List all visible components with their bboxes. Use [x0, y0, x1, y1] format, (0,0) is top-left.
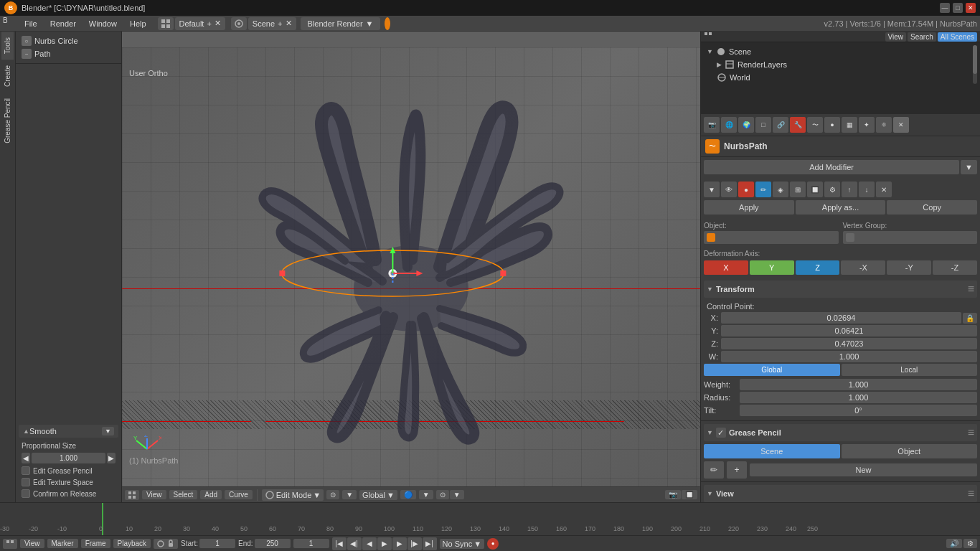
transform-options[interactable]: ≡: [968, 283, 974, 296]
snap-btn[interactable]: ▼: [419, 490, 433, 499]
ndof-btn[interactable]: ⚙: [963, 539, 977, 548]
scene-scrollbar-thumb[interactable]: [973, 45, 977, 74]
render-props-btn[interactable]: 📷: [704, 117, 720, 133]
prev-frame-btn[interactable]: ◀: [362, 537, 377, 550]
confirm-on-release-cb[interactable]: [22, 489, 30, 498]
tab-create[interactable]: Create: [1, 60, 14, 93]
world-item[interactable]: World: [714, 71, 971, 84]
mod-close-btn[interactable]: ✕: [876, 182, 892, 197]
local-btn[interactable]: Local: [842, 364, 978, 376]
mode-selector[interactable]: Edit Mode ▼: [262, 489, 324, 501]
axis-neg-z-btn[interactable]: -Z: [933, 260, 977, 275]
next-keyframe-btn[interactable]: |▶: [407, 537, 422, 550]
workspace-selector[interactable]: Default + ✕: [175, 17, 225, 30]
tab-grease-pencil[interactable]: Grease Pencil: [1, 93, 14, 149]
axis-z-btn[interactable]: Z: [796, 260, 840, 275]
mod-expand-btn[interactable]: ▼: [704, 182, 720, 197]
axis-y-btn[interactable]: Y: [750, 260, 794, 275]
viewport-canvas[interactable]: User Ortho: [122, 47, 700, 486]
timeline-ruler[interactable]: -30 -20 -10 0 10 20 30 40 50 60 70 80 90…: [0, 503, 980, 535]
physics-props-btn[interactable]: ⚛: [876, 117, 892, 133]
transform-orientation[interactable]: Global ▼: [359, 490, 397, 500]
next-frame-btn[interactable]: ▶: [392, 537, 407, 550]
end-input[interactable]: [255, 539, 291, 548]
search-btn[interactable]: Search: [908, 32, 936, 42]
radius-input[interactable]: [740, 392, 977, 403]
screen-layout-icon[interactable]: [158, 17, 174, 30]
menu-help[interactable]: Help: [124, 18, 152, 29]
grease-checkbox[interactable]: ✓: [716, 428, 726, 438]
jump-start-btn[interactable]: |◀: [332, 537, 347, 550]
jump-end-btn[interactable]: ▶|: [423, 537, 437, 550]
sync-mode-selector[interactable]: No Sync ▼: [440, 539, 484, 549]
scene-expand-icon[interactable]: ▼: [707, 48, 713, 55]
start-input[interactable]: [199, 539, 235, 548]
timeline-marker-btn[interactable]: Marker: [47, 539, 78, 548]
proportional-size-input[interactable]: [32, 453, 105, 463]
w-input[interactable]: [721, 351, 977, 362]
mod-render-btn[interactable]: ●: [738, 182, 754, 197]
play-btn[interactable]: ▶: [377, 537, 392, 550]
render-expand-icon[interactable]: ▶: [717, 61, 722, 68]
weight-input[interactable]: [740, 379, 977, 390]
add-menu[interactable]: Add: [200, 490, 222, 499]
current-frame-input[interactable]: [293, 539, 329, 548]
select-menu[interactable]: Select: [169, 490, 198, 499]
mod-cage-btn[interactable]: ◈: [773, 182, 788, 197]
menu-window[interactable]: Window: [83, 18, 123, 29]
menu-render[interactable]: Render: [44, 18, 82, 29]
z-input[interactable]: [721, 338, 977, 349]
mod-icon10[interactable]: ↓: [859, 182, 875, 197]
viewport[interactable]: User Ortho: [122, 32, 700, 502]
gp-plus-btn[interactable]: +: [727, 461, 747, 479]
mod-eye-btn[interactable]: 👁: [721, 182, 737, 197]
texture-props-btn[interactable]: ▦: [842, 117, 857, 133]
gp-pencil-btn[interactable]: ✏: [704, 461, 724, 479]
constraint-props-btn[interactable]: 🔗: [773, 117, 788, 133]
mod-icon6[interactable]: ⊞: [790, 182, 806, 197]
axis-neg-x-btn[interactable]: -X: [841, 260, 885, 275]
all-scenes-btn[interactable]: All Scenes: [938, 32, 977, 42]
timeline-extra-btns[interactable]: [154, 539, 178, 549]
transform-header[interactable]: ▼ Transform ≡: [704, 281, 977, 298]
prev-keyframe-btn[interactable]: ◀|: [347, 537, 362, 550]
render-engine-selector[interactable]: Blender Render ▼: [301, 17, 381, 30]
maximize-button[interactable]: □: [953, 3, 963, 13]
object-input[interactable]: [704, 231, 839, 244]
nurbs-circle-item[interactable]: ○ Nurbs Circle: [19, 34, 118, 47]
tilt-input[interactable]: [740, 405, 977, 416]
grease-options[interactable]: ≡: [968, 426, 974, 439]
pivot-btn[interactable]: ⊙: [326, 490, 339, 499]
scene-item[interactable]: ▼ Scene: [704, 45, 971, 58]
view-options[interactable]: ≡: [968, 487, 974, 500]
path-item[interactable]: ~ Path: [19, 47, 118, 60]
edit-texture-space-cb[interactable]: [22, 478, 30, 486]
timeline-playback-btn[interactable]: Playback: [113, 539, 151, 548]
record-btn[interactable]: ●: [487, 538, 499, 550]
object-props-btn[interactable]: □: [755, 117, 771, 133]
world-props-btn[interactable]: 🌍: [738, 117, 754, 133]
tab-tools[interactable]: Tools: [1, 32, 14, 60]
render-icon-btn[interactable]: 🔲: [682, 490, 697, 499]
render-layers-item[interactable]: ▶ RenderLayers: [714, 58, 971, 71]
mod-icon7[interactable]: 🔲: [807, 182, 823, 197]
minimize-button[interactable]: —: [940, 3, 950, 13]
add-modifier-btn[interactable]: Add Modifier: [704, 160, 959, 174]
view-menu[interactable]: View: [142, 490, 166, 499]
edit-grease-pencil-cb[interactable]: [22, 466, 30, 475]
mod-edit-btn[interactable]: ✏: [755, 182, 771, 197]
menu-file[interactable]: File: [19, 18, 43, 29]
data-props-btn[interactable]: 〜: [807, 117, 823, 133]
x-input[interactable]: [721, 312, 961, 324]
add-modifier-arrow[interactable]: ▼: [961, 160, 977, 174]
vertex-group-input[interactable]: [843, 231, 978, 244]
timeline-type-btn[interactable]: [3, 539, 17, 549]
smooth-header[interactable]: ▲ Smooth ▼: [19, 425, 118, 438]
curve-menu[interactable]: Curve: [225, 490, 253, 499]
axis-x-btn[interactable]: X: [704, 260, 748, 275]
pivot-type-btn[interactable]: ▼: [342, 490, 357, 499]
prop-size-increase[interactable]: ▶: [107, 453, 116, 463]
axis-neg-y-btn[interactable]: -Y: [887, 260, 931, 275]
scene-gp-btn[interactable]: Scene: [704, 444, 840, 458]
magnet-btn[interactable]: 🔵: [400, 490, 416, 499]
